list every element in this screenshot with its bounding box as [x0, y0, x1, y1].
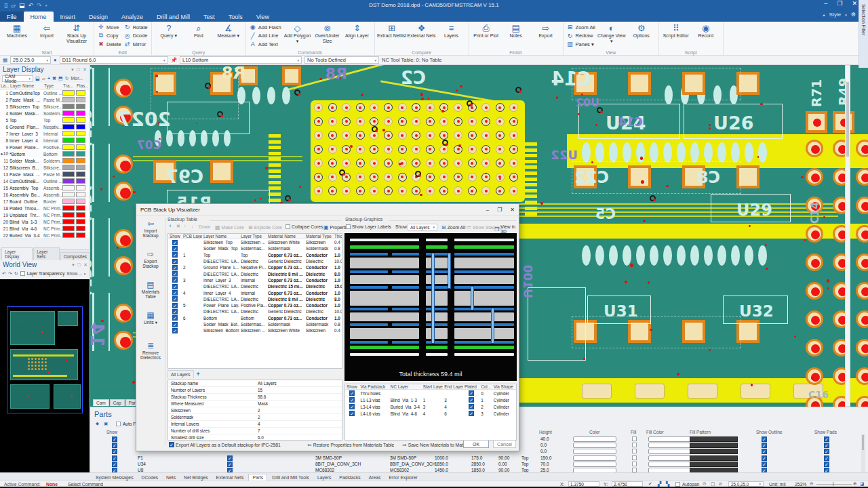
view-tab-cap[interactable]: Cap	[110, 399, 125, 406]
ribbon-button-add-polygon[interactable]: ◇Add Polygon ▾	[283, 22, 313, 49]
zoom-in-icon[interactable]: ⊕	[853, 481, 857, 487]
layer-row[interactable]: 9Power_Plane...Positive...	[0, 144, 90, 150]
layer-color-swatch[interactable]	[62, 205, 75, 211]
stackup-show-checkbox[interactable]: ✓	[172, 315, 178, 321]
layer-color-swatch[interactable]	[62, 97, 75, 102]
stackup-row[interactable]: ✓3Inner_Layer_3InternalCopper 0.73 oz...…	[168, 277, 342, 283]
zoom-slider[interactable]	[816, 484, 852, 485]
stackup-row[interactable]: ✓5Power_Plane_Lay...Positive Pla...Coppe…	[168, 302, 342, 308]
parts-scrollbar[interactable]	[861, 434, 865, 472]
style-caret-icon[interactable]: ▾	[845, 13, 847, 17]
ribbon-button-dcode[interactable]: ◎Dcode	[124, 32, 148, 40]
ribbon-button-stack-up-visualizer[interactable]: ⇵Stack Up Visualizer	[62, 22, 92, 49]
layer-flash-swatch[interactable]	[76, 131, 85, 136]
new-icon[interactable]: ▯	[4, 2, 7, 9]
via-plated-checkbox[interactable]: ✓	[469, 390, 474, 396]
part-show-checkbox[interactable]: ✓	[112, 443, 117, 448]
panel-close-icon[interactable]: ✕	[83, 67, 87, 73]
tools-combo[interactable]: No Tools Defined▾	[304, 56, 379, 64]
layer-row[interactable]: 3Silkscreen_TopSilkscre...	[0, 103, 90, 110]
via-show-checkbox[interactable]: ✓	[349, 397, 355, 403]
layer-color-swatch[interactable]	[62, 199, 75, 204]
dialog-maximize-icon[interactable]: ❐	[497, 207, 502, 213]
part-color-swatch[interactable]	[573, 462, 616, 467]
view-tab-cam[interactable]: Cam	[93, 399, 109, 406]
stackup-row[interactable]: ✓DIELECTRIC_LA...DielectricDielectric 8 …	[168, 296, 342, 302]
layer-color-swatch[interactable]	[62, 232, 75, 238]
part-color-swatch[interactable]	[573, 443, 616, 448]
stackup-row[interactable]: ✓6BottomBottomCopper 0.73 oz...Conductor…	[168, 315, 342, 321]
explode-core-button[interactable]: ⊞Explode Core	[248, 224, 282, 230]
part-select-checkbox[interactable]: ✓	[227, 455, 233, 461]
part-fill-checkbox[interactable]	[632, 468, 637, 472]
y-coordinate-field[interactable]: 2.4750	[612, 481, 643, 487]
stackup-show-checkbox[interactable]: ✓	[172, 322, 178, 327]
bottom-tab-areas[interactable]: Areas	[366, 474, 384, 481]
stackup-show-checkbox[interactable]: ✓	[172, 240, 178, 245]
make-core-button[interactable]: ▦Make Core	[215, 224, 244, 230]
layer-flash-swatch[interactable]	[76, 138, 85, 143]
dialog-close-icon[interactable]: ✕	[510, 207, 515, 213]
layer-color-swatch[interactable]	[62, 158, 75, 163]
dock-tab-layer-display[interactable]: Layer Display	[1, 247, 33, 260]
add-sheet-icon[interactable]: +	[197, 371, 200, 378]
stackup-show-checkbox[interactable]: ✓	[172, 265, 178, 270]
move-up-icon[interactable]: ↑	[184, 224, 186, 228]
part-show-pads-checkbox[interactable]: ✓	[824, 443, 829, 448]
show-layer-labels-box[interactable]	[346, 224, 351, 229]
layer-flash-swatch[interactable]	[76, 110, 85, 116]
layer-transparency-checkbox[interactable]	[20, 271, 25, 276]
ribbon-button-panes[interactable]: ▥Panes ▾	[567, 40, 595, 48]
ribbon-button-mirror[interactable]: ⇄Mirror	[124, 40, 148, 48]
bottom-tab-nets[interactable]: Nets	[163, 474, 179, 481]
via-row[interactable]: ✓Thru holes✓0Cylinder	[345, 390, 516, 396]
apply-coords-icon[interactable]: ✔	[648, 481, 652, 487]
zoom-slider-handle[interactable]	[833, 482, 833, 486]
layer-up-icon[interactable]: ⬒	[58, 76, 63, 81]
layer-color-swatch[interactable]	[62, 151, 75, 157]
fit-view-icon[interactable]: ◪	[860, 481, 864, 487]
diagonal-icon[interactable]: ⧄	[719, 481, 722, 487]
ribbon-button-add-line[interactable]: ╱Add Line	[250, 32, 281, 40]
layer-row[interactable]: 11Solder_Mask...Solderm...	[0, 157, 90, 164]
ribbon-button-add-text[interactable]: AAdd Text	[250, 40, 281, 48]
ribbon-button-add-flash[interactable]: ◉Add Flash	[250, 23, 281, 31]
close-button[interactable]: ✕	[852, 0, 857, 7]
layer-color-swatch[interactable]	[62, 124, 75, 129]
stackup-show-checkbox[interactable]: ✓	[172, 284, 178, 289]
ribbon-button-machines[interactable]: ▦Machines	[2, 22, 32, 49]
bottom-tab-net-bridges[interactable]: Net Bridges	[180, 474, 212, 481]
bottom-tab-external-nets[interactable]: External Nets	[213, 474, 248, 481]
parts-frame-icon[interactable]: ▣	[104, 421, 108, 426]
part-show-pads-checkbox[interactable]: ✓	[824, 449, 829, 454]
minimize-button[interactable]: –	[824, 0, 827, 7]
part-fill-pattern[interactable]	[690, 436, 738, 442]
part-fill-color-swatch[interactable]	[648, 449, 692, 454]
ribbon-button-query[interactable]: ?Query ▾	[154, 22, 184, 49]
panel-pin-icon[interactable]: ⏍	[77, 262, 81, 268]
via-row[interactable]: ✓L4-L6 viasBlind_Via_4-646✓3Cylinder	[345, 410, 516, 417]
ribbon-button-over-under-size[interactable]: ⊚Over/Under Size	[313, 22, 342, 49]
undo-icon[interactable]: ↶	[28, 2, 33, 9]
layer-color-swatch[interactable]	[62, 117, 75, 123]
grid-select-combo[interactable]: 25.0,25.0▾	[728, 481, 764, 487]
stackup-show-checkbox[interactable]: ✓	[172, 296, 178, 302]
layer-flash-swatch[interactable]	[76, 97, 85, 102]
layer-flash-swatch[interactable]	[76, 178, 85, 184]
add-layer-icon[interactable]: +	[47, 76, 50, 81]
layer-flash-swatch[interactable]	[76, 192, 85, 197]
menu-tab-insert[interactable]: Insert	[54, 12, 83, 22]
menu-tab-analyze[interactable]: Analyze	[115, 12, 150, 22]
view-in-3d-button[interactable]: ❒View in 3D	[494, 224, 519, 234]
stackup-row[interactable]: ✓2Ground_Plane_L...Negative Pl...Copper …	[168, 264, 342, 270]
part-fill-checkbox[interactable]	[632, 455, 637, 460]
world-view-map[interactable]	[0, 279, 90, 474]
selection-filter-tab[interactable]: Selection Filter	[859, 0, 868, 68]
layer-flash-swatch[interactable]	[76, 199, 85, 204]
ribbon-button-change-view[interactable]: ◐Change View ▾	[597, 22, 627, 49]
rotate-ccw-icon[interactable]: ↶	[2, 271, 6, 277]
collapse-cores-checkbox[interactable]: Collapse Cores	[285, 224, 323, 229]
stackup-row[interactable]: ✓1TopTopCopper 0.73 oz...Conductor1.0	[168, 252, 342, 258]
layer-row[interactable]: 16Assembly_Bo...Assemb...	[0, 191, 90, 198]
via-show-checkbox[interactable]: ✓	[349, 411, 355, 416]
